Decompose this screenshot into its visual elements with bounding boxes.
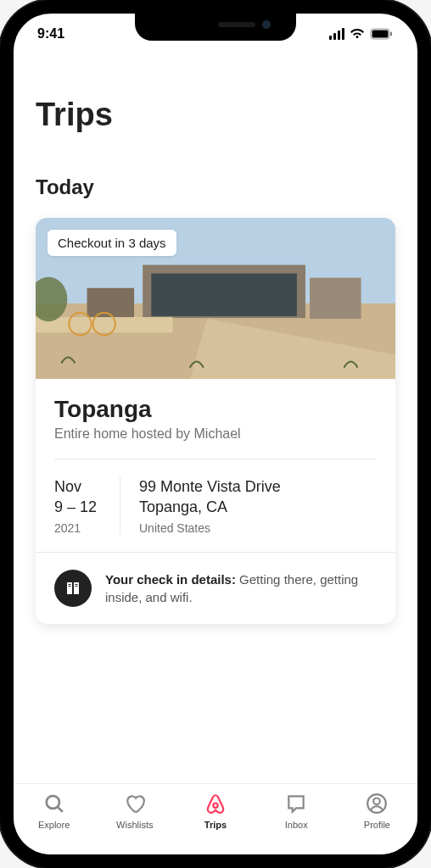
status-time: 9:41 xyxy=(37,26,64,42)
trip-date-range: 9 – 12 xyxy=(54,497,101,517)
trip-host: Entire home hosted by Michael xyxy=(54,426,377,442)
trip-card[interactable]: Checkout in 3 days Topanga Entire home h… xyxy=(36,218,395,624)
svg-rect-2 xyxy=(390,32,392,36)
tab-trips[interactable]: Trips xyxy=(175,793,255,830)
tab-wishlists[interactable]: Wishlists xyxy=(94,793,175,830)
tab-label: Inbox xyxy=(285,820,308,830)
notch xyxy=(135,14,296,41)
trip-body: Topanga Entire home hosted by Michael No… xyxy=(36,379,395,552)
heart-icon xyxy=(124,793,146,816)
svg-rect-15 xyxy=(76,584,78,585)
tab-bar: Explore Wishlists Trips Inbox xyxy=(14,783,417,854)
svg-line-18 xyxy=(58,807,62,811)
svg-rect-7 xyxy=(310,278,361,319)
tab-label: Wishlists xyxy=(116,820,153,830)
tab-inbox[interactable]: Inbox xyxy=(256,793,337,830)
svg-rect-6 xyxy=(151,274,297,316)
checkin-label: Your check in details: xyxy=(105,572,236,587)
content-area[interactable]: Trips Today xyxy=(14,54,417,783)
battery-icon xyxy=(370,28,394,40)
svg-point-17 xyxy=(46,796,59,809)
tab-label: Trips xyxy=(204,820,227,830)
svg-rect-14 xyxy=(69,586,71,587)
checkout-badge: Checkout in 3 days xyxy=(48,230,176,256)
address-line1: 99 Monte Vista Drive xyxy=(139,476,281,497)
screen: 9:41 Trips Today xyxy=(14,14,417,854)
profile-icon xyxy=(366,793,388,816)
tab-profile[interactable]: Profile xyxy=(337,793,417,830)
svg-rect-1 xyxy=(372,31,389,38)
tab-explore[interactable]: Explore xyxy=(14,793,94,830)
svg-point-19 xyxy=(213,803,217,807)
checkin-text: Your check in details: Getting there, ge… xyxy=(105,570,377,606)
svg-point-21 xyxy=(374,798,381,805)
page-title: Trips xyxy=(36,97,395,133)
search-icon xyxy=(43,793,65,816)
guidebook-icon xyxy=(54,570,92,607)
section-title: Today xyxy=(36,175,395,199)
svg-rect-16 xyxy=(76,586,78,587)
tab-label: Explore xyxy=(38,820,70,830)
wifi-icon xyxy=(350,28,365,40)
address-line2: Topanga, CA xyxy=(139,497,281,517)
status-indicators xyxy=(329,28,394,40)
trip-month: Nov xyxy=(54,476,101,497)
address-country: United States xyxy=(139,521,281,535)
trip-details: Nov 9 – 12 2021 99 Monte Vista Drive Top… xyxy=(54,459,377,552)
device-frame: 9:41 Trips Today xyxy=(0,0,431,868)
tab-label: Profile xyxy=(364,820,390,830)
checkin-row[interactable]: Your check in details: Getting there, ge… xyxy=(36,552,395,624)
chat-icon xyxy=(285,793,307,816)
trip-location: Topanga xyxy=(54,396,377,423)
trip-address: 99 Monte Vista Drive Topanga, CA United … xyxy=(139,476,281,535)
trip-image: Checkout in 3 days xyxy=(36,218,395,379)
trip-year: 2021 xyxy=(54,521,101,535)
airbnb-logo-icon xyxy=(204,793,227,816)
svg-rect-13 xyxy=(69,584,71,585)
cellular-icon xyxy=(329,28,344,40)
trip-dates: Nov 9 – 12 2021 xyxy=(54,476,120,535)
